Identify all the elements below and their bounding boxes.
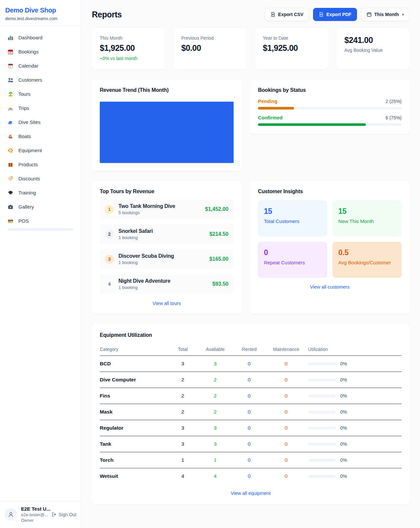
insight-tile-avg-bookings: 0.5 Avg Bookings/Customer (332, 242, 402, 278)
available-cell: 3 (196, 436, 234, 452)
sign-out-label: Sign Out (59, 512, 76, 517)
sidebar-item-discounts[interactable]: Discounts (3, 172, 78, 186)
utilization-cell: 0% (308, 372, 402, 388)
utilization-bar-track (308, 427, 336, 430)
export-csv-button[interactable]: Export CSV (265, 8, 309, 21)
grad-cap-icon (7, 190, 14, 196)
insights-row: Top Tours by Revenue 1 Two Tank Morning … (92, 181, 410, 314)
sidebar-item-pos[interactable]: POS (3, 214, 78, 228)
status-bar-fill (258, 123, 366, 126)
stat-card-this-month: This Month $1,925.00 +0% vs last month (92, 28, 165, 70)
stat-label: Previous Period (181, 35, 239, 41)
page-header: Reports Export CSV Export PDF This Month… (92, 8, 410, 21)
utilization-percent: 0% (340, 409, 347, 415)
sidebar-item-equipment[interactable]: Equipment (3, 143, 78, 157)
logout-icon (51, 512, 57, 517)
brand-name: Demo Dive Shop (5, 7, 76, 14)
svg-text:17: 17 (9, 51, 12, 54)
sidebar-item-bookings[interactable]: 17 Bookings (3, 45, 78, 59)
sidebar-item-trips[interactable]: Trips (3, 101, 78, 115)
top-tours-title: Top Tours by Revenue (100, 189, 234, 194)
view-all-equipment-link[interactable]: View all equipment (100, 491, 402, 496)
stat-value: $1,925.00 (263, 43, 320, 53)
stat-value: $1,925.00 (100, 43, 157, 53)
island-icon (7, 91, 14, 97)
rented-cell: 0 (234, 468, 264, 484)
chevron-down-icon: ▾ (402, 12, 404, 17)
revenue-trend-chart (100, 102, 234, 163)
sidebar-item-gallery[interactable]: Gallery (3, 200, 78, 214)
utilization-percent: 0% (340, 361, 347, 366)
rank-badge: 2 (105, 230, 114, 239)
sign-out-button[interactable]: Sign Out (51, 512, 76, 517)
stat-card-previous-period: Previous Period $0.00 (174, 28, 247, 70)
status-bar-track (258, 123, 402, 126)
insight-label: Total Customers (264, 218, 321, 224)
period-dropdown[interactable]: This Month ▾ (361, 8, 410, 21)
stat-label: Year to Date (263, 35, 320, 41)
view-all-tours-link[interactable]: View all tours (100, 301, 234, 306)
maintenance-cell: 0 (264, 372, 308, 388)
sidebar-item-label: Calendar (18, 63, 38, 69)
sidebar-item-reports-partial[interactable] (7, 228, 74, 231)
tour-bookings: 1 booking (118, 285, 208, 290)
calendar-icon (367, 12, 372, 17)
sidebar-item-tours[interactable]: Tours (3, 87, 78, 101)
utilization-percent: 0% (340, 441, 347, 447)
status-bar-track (258, 107, 402, 110)
sidebar-item-label: Equipment (18, 148, 42, 153)
tour-row: 2 Snorkel Safari 1 booking $214.50 (100, 224, 234, 244)
insights-grid: 15 Total Customers 15 New This Month 0 R… (258, 200, 402, 278)
rented-cell: 0 (234, 420, 264, 436)
utilization-bar-track (308, 459, 336, 462)
category-cell: BCD (100, 356, 169, 372)
wave-icon (7, 119, 14, 126)
insight-label: Avg Bookings/Customer (338, 260, 396, 265)
tour-name: Snorkel Safari (118, 228, 205, 234)
utilization-percent: 0% (340, 474, 347, 479)
tour-bookings: 1 booking (118, 260, 205, 265)
utilization-cell: 0% (308, 420, 402, 436)
bookings-by-status-card: Bookings by Status Pending 2 (25%) Confi… (250, 79, 410, 134)
sidebar-item-products[interactable]: Products (3, 157, 78, 172)
sidebar-item-label: Customers (18, 77, 42, 83)
bookings-by-status-title: Bookings by Status (258, 87, 402, 93)
insight-label: Repeat Customers (264, 260, 321, 265)
category-cell: Mask (100, 404, 169, 420)
status-row-confirmed: Confirmed 6 (75%) (258, 115, 402, 126)
insight-label: New This Month (338, 218, 396, 224)
export-pdf-button[interactable]: Export PDF (313, 8, 357, 21)
revenue-trend-title: Revenue Trend (This Month) (100, 87, 234, 93)
package-icon (7, 161, 14, 168)
stat-change: +0% vs last month (100, 56, 157, 61)
total-cell: 3 (169, 436, 197, 452)
category-cell: Dive Computer (100, 372, 169, 388)
view-all-customers-link[interactable]: View all customers (258, 284, 402, 290)
tour-bookings: 5 bookings (118, 210, 200, 215)
insight-tile-total-customers: 15 Total Customers (258, 200, 327, 236)
equipment-table: Category Total Available Rented Maintena… (100, 343, 402, 484)
table-row: Dive Computer 2 2 0 0 0% (100, 372, 402, 388)
sidebar-item-boats[interactable]: Boats (3, 129, 78, 143)
sidebar-item-dashboard[interactable]: Dashboard (3, 30, 78, 45)
sidebar-item-label: Trips (18, 105, 29, 111)
utilization-bar-track (308, 395, 336, 397)
user-email: e2e-tester@... (21, 512, 47, 517)
sidebar-item-customers[interactable]: Customers (3, 73, 78, 87)
table-row: Torch 1 1 0 0 0% (100, 452, 402, 468)
insight-value: 15 (338, 207, 396, 216)
status-label: Confirmed (258, 115, 283, 120)
maintenance-cell: 0 (264, 436, 308, 452)
status-row-pending: Pending 2 (25%) (258, 98, 402, 110)
sidebar: Demo Dive Shop demo.test.divestreams.com… (0, 0, 81, 528)
sidebar-item-training[interactable]: Training (3, 186, 78, 200)
sidebar-item-label: Tours (18, 91, 31, 97)
sidebar-item-dive-sites[interactable]: Dive Sites (3, 115, 78, 129)
tour-name: Two Tank Morning Dive (118, 203, 200, 209)
insight-tile-new-this-month: 15 New This Month (332, 200, 402, 236)
maintenance-cell: 0 (264, 404, 308, 420)
sidebar-item-calendar[interactable]: Calendar (3, 59, 78, 73)
period-label: This Month (374, 12, 399, 17)
status-bar-fill (258, 107, 294, 110)
maintenance-cell: 0 (264, 452, 308, 468)
